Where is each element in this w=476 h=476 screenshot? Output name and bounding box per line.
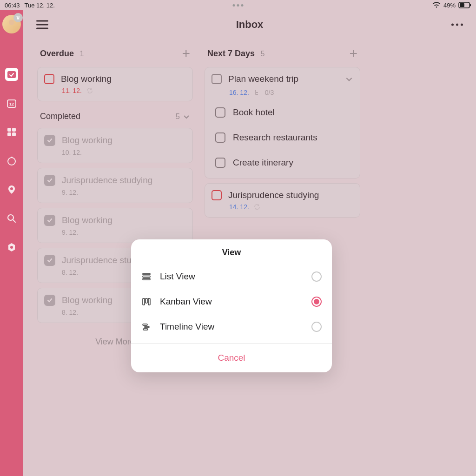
svg-rect-19 — [143, 278, 150, 280]
multitask-dots[interactable] — [233, 4, 244, 7]
svg-rect-17 — [143, 273, 150, 275]
svg-rect-3 — [7, 71, 16, 78]
sidebar-pomo-icon[interactable] — [5, 154, 18, 167]
svg-text:12: 12 — [9, 102, 14, 106]
option-label: Kanban View — [160, 297, 303, 307]
sidebar-search-icon[interactable] — [5, 212, 18, 225]
svg-rect-8 — [7, 132, 11, 136]
option-list-view[interactable]: List View — [131, 264, 332, 289]
modal-backdrop[interactable] — [0, 0, 476, 476]
status-bar: 06:43 Tue 12. 12. 49% — [0, 0, 476, 10]
option-timeline-view[interactable]: Timeline View — [131, 314, 332, 339]
svg-rect-11 — [11, 157, 13, 158]
view-modal: View List View Kanban View Timeline View… — [131, 239, 332, 372]
kanban-view-icon — [141, 297, 152, 307]
option-label: Timeline View — [160, 322, 303, 332]
wifi-icon — [432, 2, 441, 8]
radio-icon[interactable] — [311, 322, 322, 332]
svg-rect-7 — [12, 128, 16, 132]
svg-rect-22 — [148, 298, 150, 305]
svg-point-12 — [10, 187, 13, 190]
crown-icon: ♛ — [13, 13, 23, 22]
list-view-icon — [141, 271, 152, 282]
svg-rect-2 — [470, 4, 471, 7]
option-kanban-view[interactable]: Kanban View — [131, 289, 332, 314]
svg-point-16 — [10, 246, 13, 249]
svg-rect-20 — [143, 298, 145, 305]
avatar[interactable]: ♛ — [2, 15, 21, 33]
svg-rect-25 — [143, 329, 148, 330]
svg-rect-18 — [143, 276, 150, 278]
sidebar-matrix-icon[interactable] — [5, 126, 18, 139]
sidebar-today-icon[interactable] — [5, 68, 18, 81]
timeline-view-icon — [141, 322, 152, 332]
option-label: List View — [160, 271, 303, 282]
radio-icon[interactable] — [311, 271, 322, 282]
sidebar-calendar-icon[interactable]: 12 — [5, 97, 18, 110]
svg-point-13 — [8, 215, 13, 220]
svg-point-10 — [8, 158, 15, 165]
svg-rect-1 — [460, 3, 464, 7]
svg-rect-21 — [145, 298, 147, 303]
status-time: 06:43 — [5, 2, 20, 9]
svg-rect-9 — [12, 132, 16, 136]
svg-rect-6 — [7, 128, 11, 132]
radio-icon[interactable] — [311, 297, 322, 307]
modal-title: View — [131, 239, 332, 264]
svg-rect-24 — [145, 326, 149, 328]
svg-line-14 — [13, 220, 15, 222]
battery-percent: 49% — [443, 2, 456, 9]
status-date: Tue 12. 12. — [25, 2, 55, 9]
battery-icon — [458, 2, 471, 8]
sidebar-habit-icon[interactable] — [5, 183, 18, 196]
svg-rect-23 — [143, 324, 147, 325]
sidebar: ♛ 12 — [0, 10, 23, 476]
cancel-button[interactable]: Cancel — [131, 344, 332, 372]
sidebar-settings-icon[interactable] — [5, 241, 18, 254]
